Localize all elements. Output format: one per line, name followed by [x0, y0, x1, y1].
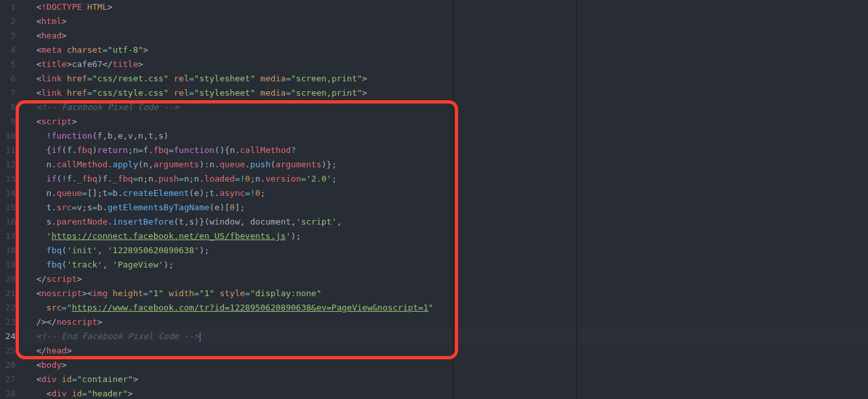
line-number: 9 [0, 115, 16, 129]
code-line[interactable]: </head> [21, 344, 868, 358]
line-number: 28 [0, 387, 16, 399]
code-line[interactable]: <!DOCTYPE HTML> [21, 0, 868, 14]
line-number: 22 [0, 301, 16, 315]
line-number: 16 [0, 215, 16, 229]
code-line[interactable]: </script> [21, 272, 868, 286]
line-number: 17 [0, 229, 16, 243]
line-number: 1 [0, 0, 16, 14]
code-line[interactable]: s.parentNode.insertBefore(t,s)}(window, … [21, 215, 868, 229]
line-number: 18 [0, 243, 16, 258]
code-line[interactable]: <body> [21, 358, 868, 372]
code-line[interactable]: <div id="header"> [21, 387, 868, 399]
code-line[interactable]: fbq('track', 'PageView'); [21, 258, 868, 272]
code-line[interactable]: /></noscript> [21, 315, 868, 329]
pane-divider-2 [576, 0, 577, 399]
code-line[interactable]: <link href="css/style.css" rel="styleshe… [21, 86, 868, 100]
code-line[interactable]: n.queue=[];t=b.createElement(e);t.async=… [21, 186, 868, 200]
code-line[interactable]: <title>cafe67</title> [21, 57, 868, 72]
line-number: 13 [0, 172, 16, 186]
code-line[interactable]: n.callMethod.apply(n,arguments):n.queue.… [21, 158, 868, 172]
line-number-gutter: 1234567891011121314151617181920212223242… [0, 0, 21, 399]
line-number: 4 [0, 43, 16, 57]
code-line[interactable]: 'https://connect.facebook.net/en_US/fbev… [21, 229, 868, 243]
code-line[interactable]: if(!f._fbq)f._fbq=n;n.push=n;n.loaded=!0… [21, 172, 868, 186]
line-number: 27 [0, 372, 16, 387]
code-line[interactable]: <link href="css/reset.css" rel="styleshe… [21, 72, 868, 86]
code-line[interactable]: fbq('init', '1228950620890638'); [21, 243, 868, 258]
line-number: 14 [0, 186, 16, 200]
code-line[interactable]: <noscript><img height="1" width="1" styl… [21, 286, 868, 301]
line-number: 5 [0, 57, 16, 72]
text-cursor [200, 332, 200, 342]
code-editor[interactable]: 1234567891011121314151617181920212223242… [0, 0, 868, 399]
line-number: 25 [0, 344, 16, 358]
code-line[interactable]: src="https://www.facebook.com/tr?id=1228… [21, 301, 868, 315]
line-number: 23 [0, 315, 16, 329]
line-number: 6 [0, 72, 16, 86]
line-number: 3 [0, 29, 16, 43]
pane-divider [453, 0, 454, 399]
line-number: 26 [0, 358, 16, 372]
line-number: 19 [0, 258, 16, 272]
code-line[interactable]: <script> [21, 115, 868, 129]
line-number: 12 [0, 158, 16, 172]
code-line[interactable]: {if(f.fbq)return;n=f.fbq=function(){n.ca… [21, 143, 868, 158]
line-number: 20 [0, 272, 16, 286]
code-line[interactable]: <!-- End Facebook Pixel Code --> [21, 329, 868, 344]
code-line[interactable]: <div id="container"> [21, 372, 868, 387]
code-line[interactable]: <!-- Facebook Pixel Code --> [21, 100, 868, 115]
line-number: 15 [0, 200, 16, 215]
line-number: 21 [0, 286, 16, 301]
line-number: 10 [0, 129, 16, 143]
line-number: 2 [0, 14, 16, 29]
code-line[interactable]: !function(f,b,e,v,n,t,s) [21, 129, 868, 143]
code-line[interactable]: <head> [21, 29, 868, 43]
code-line[interactable]: <html> [21, 14, 868, 29]
line-number: 24 [0, 329, 16, 344]
code-line[interactable]: t.src=v;s=b.getElementsByTagName(e)[0]; [21, 200, 868, 215]
code-area[interactable]: <!DOCTYPE HTML> <html> <head> <meta char… [21, 0, 868, 399]
code-line[interactable]: <meta charset="utf-8"> [21, 43, 868, 57]
line-number: 8 [0, 100, 16, 115]
line-number: 7 [0, 86, 16, 100]
line-number: 11 [0, 143, 16, 158]
